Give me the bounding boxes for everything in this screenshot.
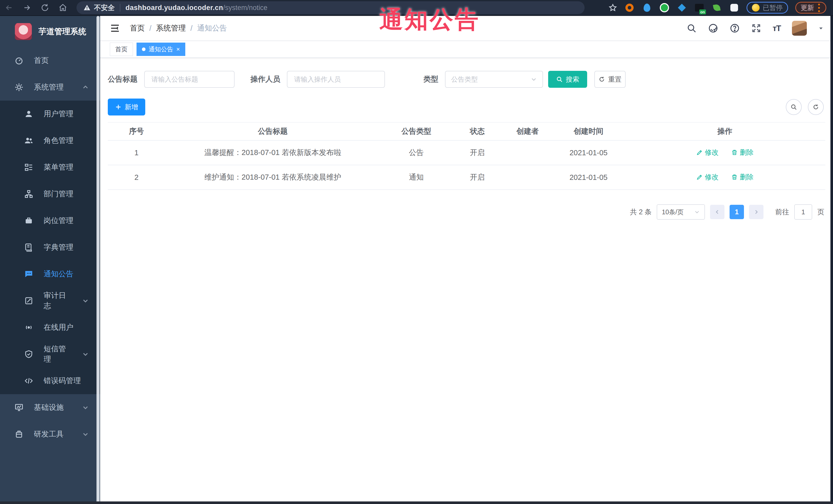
org-tree-icon	[24, 189, 33, 199]
sidebar-item-audit-log[interactable]: 审计日志	[0, 287, 100, 314]
message-icon	[24, 269, 33, 279]
extension-green-icon[interactable]	[659, 3, 669, 13]
logo-image	[15, 23, 32, 40]
browser-menu-icon[interactable]	[817, 3, 821, 13]
tab-home[interactable]: 首页	[110, 43, 133, 56]
edit-button[interactable]: 修改	[696, 148, 719, 157]
col-type: 公告类型	[380, 122, 452, 140]
search-icon[interactable]	[687, 23, 697, 33]
chevron-right-icon	[754, 209, 759, 215]
github-icon[interactable]	[708, 23, 718, 33]
search-form: 公告标题 操作人员 类型 公告类型 搜索 重置	[108, 71, 825, 88]
app-logo[interactable]: 芋道管理系统	[0, 16, 100, 47]
edit-button[interactable]: 修改	[696, 172, 719, 182]
col-created: 创建时间	[553, 122, 625, 140]
book-icon	[24, 243, 33, 252]
extensions-puzzle-icon[interactable]	[729, 3, 739, 13]
code-icon	[24, 376, 33, 385]
browser-toolbar-right: on 已暂停 更新	[609, 2, 833, 14]
col-no: 序号	[108, 122, 165, 140]
users-icon	[24, 136, 33, 145]
goto-page-input[interactable]	[794, 204, 812, 220]
breadcrumb-home[interactable]: 首页	[130, 23, 145, 33]
dashboard-icon	[15, 56, 24, 65]
url-host: dashboard.yudao.iocoder.cn	[125, 4, 223, 12]
extension-orange-icon[interactable]	[624, 3, 635, 13]
profile-emoji-icon	[752, 4, 760, 11]
sidebar-item-posts[interactable]: 岗位管理	[0, 207, 100, 234]
breadcrumb-section[interactable]: 系统管理	[156, 23, 186, 33]
update-button[interactable]: 更新	[795, 2, 826, 14]
url-path: /system/notice	[223, 4, 268, 12]
sidebar-item-system[interactable]: 系统管理	[0, 74, 100, 101]
operator-filter-input[interactable]	[287, 71, 385, 88]
extension-leaf-icon[interactable]	[712, 3, 722, 13]
log-icon	[24, 296, 33, 305]
font-size-icon[interactable]: тT	[773, 24, 781, 33]
back-icon[interactable]	[0, 1, 18, 14]
menu-tree-icon	[24, 163, 33, 172]
window-right-edge	[830, 16, 833, 504]
sidebar-item-online-users[interactable]: 在线用户	[0, 314, 100, 341]
page-unit-label: 页	[817, 207, 824, 217]
type-select[interactable]: 公告类型	[445, 71, 543, 88]
sidebar-item-dicts[interactable]: 字典管理	[0, 234, 100, 261]
sidebar-item-menus[interactable]: 菜单管理	[0, 154, 100, 181]
home-icon[interactable]	[54, 1, 72, 14]
col-creator: 创建者	[502, 122, 553, 140]
tab-notice[interactable]: 通知公告 ×	[137, 43, 185, 56]
pencil-icon	[696, 174, 703, 181]
page-number-button[interactable]: 1	[730, 205, 744, 219]
sidebar-item-users[interactable]: 用户管理	[0, 101, 100, 127]
reset-button[interactable]: 重置	[594, 71, 626, 88]
delete-button[interactable]: 删除	[731, 172, 754, 182]
fullscreen-icon[interactable]	[751, 23, 761, 33]
forward-icon[interactable]	[18, 1, 36, 14]
sidebar-scrollbar[interactable]	[96, 16, 100, 504]
avatar[interactable]	[792, 21, 807, 36]
extension-blue-drop-icon[interactable]	[642, 3, 652, 13]
prev-page-button[interactable]	[710, 205, 724, 219]
sidebar-item-roles[interactable]: 角色管理	[0, 127, 100, 154]
tab-close-icon[interactable]: ×	[176, 46, 180, 52]
sidebar-item-notice[interactable]: 通知公告	[0, 261, 100, 287]
toggle-search-button[interactable]	[786, 99, 802, 115]
reload-icon[interactable]	[36, 1, 54, 14]
plus-icon	[115, 104, 122, 110]
sidebar-item-departments[interactable]: 部门管理	[0, 181, 100, 207]
sidebar-item-home[interactable]: 首页	[0, 47, 100, 74]
refresh-table-button[interactable]	[808, 99, 824, 115]
table-header-row: 序号 公告标题 公告类型 状态 创建者 创建时间 操作	[108, 122, 825, 140]
search-icon	[556, 76, 563, 82]
title-filter-input[interactable]	[144, 71, 235, 88]
address-bar[interactable]: 不安全 dashboard.yudao.iocoder.cn /system/n…	[76, 1, 585, 14]
chevron-down-icon	[82, 351, 89, 358]
hamburger-icon[interactable]	[109, 23, 121, 33]
bookmark-star-icon[interactable]	[609, 3, 617, 12]
goto-label: 前往	[775, 207, 789, 217]
help-icon[interactable]	[730, 23, 740, 33]
operator-filter-label: 操作人员	[251, 74, 280, 85]
sidebar-item-error-codes[interactable]: 错误码管理	[0, 367, 100, 394]
sidebar-item-sms[interactable]: 短信管理	[0, 341, 100, 367]
add-button[interactable]: 新增	[108, 99, 145, 116]
caret-down-icon[interactable]	[818, 25, 824, 31]
sidebar-item-dev-tools[interactable]: 研发工具	[0, 421, 100, 448]
profile-paused-badge[interactable]: 已暂停	[746, 2, 788, 14]
notice-table: 序号 公告标题 公告类型 状态 创建者 创建时间 操作 1 温馨提醒：2018-…	[108, 122, 825, 190]
sidebar-item-infrastructure[interactable]: 基础设施	[0, 394, 100, 421]
delete-button[interactable]: 删除	[731, 148, 754, 157]
page-size-select[interactable]: 10条/页	[657, 204, 705, 220]
url-separator	[120, 4, 120, 11]
search-button[interactable]: 搜索	[548, 71, 587, 88]
next-page-button[interactable]	[749, 205, 763, 219]
chevron-left-icon	[714, 209, 720, 215]
extension-gem-icon[interactable]	[677, 3, 687, 13]
sidebar: 芋道管理系统 首页 系统管理 用户管理 角色管理	[0, 16, 100, 504]
extension-dark-icon[interactable]: on	[694, 3, 705, 13]
trash-icon	[731, 149, 738, 156]
chevron-down-icon	[531, 76, 537, 82]
chevron-down-icon	[694, 209, 700, 215]
table-row: 1 温馨提醒：2018-07-01 若依新版本发布啦 公告 开启 2021-01…	[108, 140, 825, 165]
user-icon	[24, 109, 33, 119]
